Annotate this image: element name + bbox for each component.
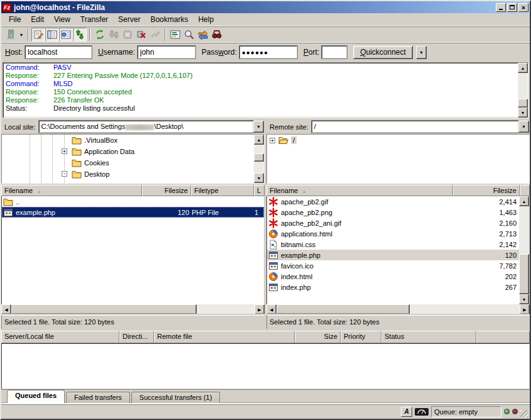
scroll-left-icon[interactable]: ◀ [1,304,11,314]
queue-column-status[interactable]: Status [381,331,476,343]
username-input[interactable] [138,46,195,58]
menu-help[interactable]: Help [193,13,219,26]
tree-item-desktop[interactable]: -Desktop [2,169,254,180]
scroll-up-icon[interactable]: ▲ [254,135,264,145]
toggle-remote-tree-button[interactable] [59,28,73,41]
file-row[interactable]: favicon.ico7,782 [267,260,519,271]
collapse-icon[interactable]: - [62,171,67,177]
menu-edit[interactable]: Edit [26,13,49,26]
remote-status-text: Selected 1 file. Total size: 120 bytes [266,315,530,329]
queue-column-direction[interactable]: Directi... [119,331,154,343]
directory-filters-button[interactable] [168,28,182,41]
scroll-thumb[interactable] [518,99,528,108]
tab-queued-files[interactable]: Queued files [7,390,65,403]
synchronized-browsing-button[interactable] [196,28,210,41]
scroll-thumb[interactable] [11,304,197,314]
quickconnect-dropdown[interactable]: ▼ [416,46,427,59]
file-row[interactable]: apache_pb2.png1,463 [267,207,519,218]
local-site-dropdown[interactable]: ▼ [253,121,264,133]
scroll-left-icon[interactable]: ◀ [266,304,276,314]
refresh-button[interactable] [93,28,107,41]
column-header-filetype[interactable]: Filetype [191,185,254,196]
sort-asc-icon: ▲ [302,189,307,194]
maximize-button[interactable] [507,3,517,12]
title-bar[interactable]: Fz john@localhost - FileZilla × [1,1,530,13]
scroll-down-icon[interactable]: ▼ [518,108,528,118]
toggle-local-tree-button[interactable] [45,28,59,41]
scroll-thumb[interactable] [276,304,410,314]
minimize-button[interactable] [496,3,506,12]
speed-limit-icon[interactable] [415,408,429,416]
remote-site-dropdown[interactable]: ▼ [518,121,529,133]
toggle-message-log-button[interactable] [31,28,45,41]
column-header-filesize[interactable]: Filesize [142,185,191,196]
data-type-indicator[interactable]: A [401,407,412,417]
menu-file[interactable]: File [4,13,26,26]
status-bar: A Queue: empty [1,404,530,419]
tab-failed-transfers[interactable]: Failed transfers [66,392,130,403]
column-header-filename[interactable]: Filename▲ [266,185,453,196]
scroll-down-icon[interactable]: ▼ [254,173,264,183]
toggle-queue-button[interactable] [73,28,87,41]
tree-item-application-data[interactable]: +Application Data [2,146,254,157]
folder-icon [72,169,82,179]
queue-column-server-local-file[interactable]: Server/Local file [1,331,119,343]
scroll-right-icon[interactable]: ▶ [520,304,530,314]
file-row-updir[interactable]: .. [2,196,264,207]
site-manager-dropdown[interactable]: ▼ [18,28,25,41]
queue-column-priority[interactable]: Priority [341,331,381,343]
tree-item-root[interactable]: +/ [267,135,529,146]
resize-grip[interactable] [520,410,528,418]
queue-column-size[interactable]: Size [295,331,341,343]
menu-bookmarks[interactable]: Bookmarks [145,13,193,26]
scroll-right-icon[interactable]: ▶ [255,304,265,314]
file-row[interactable]: apache_pb2.gif2,414 [267,196,519,207]
file-row-selected[interactable]: example.php120 [267,250,519,260]
remote-list-scrollbar[interactable]: ▲ ▼ [519,196,529,304]
file-row[interactable]: index.php267 [267,282,519,292]
column-header-filename[interactable]: Filename▲ [1,185,142,196]
close-icon: × [522,4,525,11]
close-button[interactable]: × [518,3,528,12]
tree-item-cookies[interactable]: Cookies [2,157,254,169]
log-scrollbar[interactable]: ▲ ▼ [518,63,528,118]
port-input[interactable] [322,46,347,58]
file-row[interactable]: applications.html2,713 [267,228,519,239]
host-input[interactable] [25,46,92,58]
file-row[interactable]: index.html202 [267,271,519,282]
disconnect-button[interactable] [134,28,148,41]
scroll-up-icon[interactable]: ▲ [519,196,529,206]
remote-tree-icon [61,30,71,40]
column-header-last-modified[interactable]: L [254,185,265,196]
remote-site-path[interactable]: / [312,121,518,133]
queue-list-empty[interactable] [1,343,530,389]
scroll-thumb[interactable] [519,254,529,294]
queue-column-remote-file[interactable]: Remote file [154,331,295,343]
site-manager-button[interactable] [4,28,18,41]
tab-successful-transfers[interactable]: Successful transfers (1) [131,392,221,403]
expand-icon[interactable]: + [62,148,67,154]
tree-item-virtualbox[interactable]: .VirtualBox [2,135,254,146]
local-site-path[interactable]: C:\Documents and Settings\Desktop\ [39,121,253,133]
file-row-example-php[interactable]: example.php 120 PHP File 1 [2,207,264,218]
remote-site-combo[interactable]: / ▼ [312,121,529,133]
password-input[interactable] [239,46,297,58]
local-list-hscrollbar[interactable]: ◀ ▶ [1,304,265,314]
quickconnect-button[interactable]: Quickconnect [353,46,413,59]
local-tree-scrollbar[interactable]: ▲ ▼ [254,135,264,183]
menu-transfer[interactable]: Transfer [75,13,113,26]
file-row[interactable]: apache_pb2_ani.gif2,160 [267,218,519,228]
find-files-button[interactable] [210,28,224,41]
scroll-down-icon[interactable]: ▼ [519,294,529,304]
menu-view[interactable]: View [49,13,75,26]
file-row[interactable]: bitnami.css2,142 [267,239,519,250]
local-status-text: Selected 1 file. Total size: 120 bytes [1,315,265,329]
local-site-combo[interactable]: C:\Documents and Settings\Desktop\ ▼ [39,121,264,133]
expand-icon[interactable]: + [270,138,275,143]
compare-directories-button[interactable] [182,28,196,41]
menu-server[interactable]: Server [113,13,145,26]
remote-list-hscrollbar[interactable]: ◀ ▶ [266,304,530,314]
scroll-thumb[interactable] [254,153,264,162]
scroll-up-icon[interactable]: ▲ [518,63,528,73]
column-header-filesize[interactable]: Filesize [453,185,520,196]
